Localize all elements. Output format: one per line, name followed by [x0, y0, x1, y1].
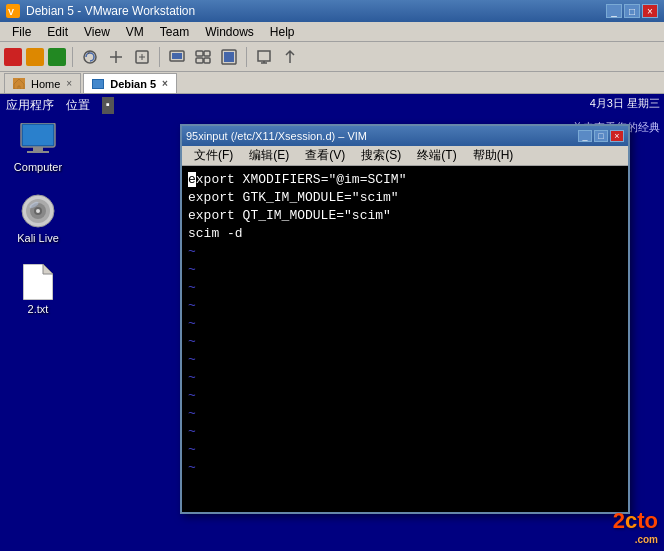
vim-line: ~ [188, 440, 622, 458]
watermark: 2cto .com [613, 508, 658, 545]
menu-bar: File Edit View VM Team Windows Help [0, 22, 664, 42]
svg-rect-12 [258, 51, 270, 61]
desktop-bar-apps[interactable]: 应用程序 [6, 97, 54, 114]
vim-menu: 文件(F) 编辑(E) 查看(V) 搜索(S) 终端(T) 帮助(H) [182, 146, 628, 166]
desktop-bar-terminal-icon[interactable]: ▪ [102, 97, 114, 114]
desktop-icon-computer[interactable]: Computer [8, 122, 68, 173]
kali-icon-label: Kali Live [17, 232, 59, 244]
vim-close[interactable]: × [610, 130, 624, 142]
toolbar-sep-2 [159, 47, 160, 67]
desktop: 应用程序 位置 ▪ 4月3日 星期三 单击查看您的经典 Computer [0, 94, 664, 551]
vim-tilde: ~ [188, 262, 196, 277]
menu-edit[interactable]: Edit [39, 22, 76, 41]
vim-cursor-char: e [188, 172, 196, 187]
toolbar-sep-1 [72, 47, 73, 67]
vim-line: export QT_IM_MODULE="scim" [188, 206, 622, 224]
desktop-icon-kali[interactable]: Kali Live [8, 193, 68, 244]
vim-menu-file[interactable]: 文件(F) [186, 147, 241, 164]
vim-tilde: ~ [188, 388, 196, 403]
toolbar-pause-btn[interactable] [26, 48, 44, 66]
svg-rect-9 [204, 58, 210, 63]
vim-line: export XMODIFIERS="@im=SCIM" [188, 170, 622, 188]
svg-rect-16 [27, 151, 49, 153]
vim-menu-help[interactable]: 帮助(H) [465, 147, 522, 164]
toolbar-btn-6[interactable] [218, 46, 240, 68]
date-display: 4月3日 星期三 [590, 96, 660, 111]
menu-windows[interactable]: Windows [197, 22, 262, 41]
menu-team[interactable]: Team [152, 22, 197, 41]
toolbar-btn-7[interactable] [253, 46, 275, 68]
tab-debian-icon [92, 79, 104, 89]
vim-tilde: ~ [188, 298, 196, 313]
toolbar [0, 42, 664, 72]
vim-tilde: ~ [188, 424, 196, 439]
desktop-bar-location[interactable]: 位置 [66, 97, 90, 114]
vim-maximize[interactable]: □ [594, 130, 608, 142]
tab-debian-close[interactable]: × [162, 78, 168, 89]
vim-line: ~ [188, 314, 622, 332]
tab-debian[interactable]: Debian 5 × [83, 73, 177, 93]
svg-rect-11 [224, 52, 234, 62]
kali-icon-img [18, 193, 58, 229]
tab-home[interactable]: Home × [4, 73, 81, 93]
svg-rect-14 [23, 125, 53, 145]
desktop-icons: Computer Kali Live [8, 122, 68, 315]
title-bar-left: V Debian 5 - VMware Workstation [6, 4, 195, 18]
tab-bar: Home × Debian 5 × [0, 72, 664, 94]
vim-line: ~ [188, 386, 622, 404]
vim-menu-terminal[interactable]: 终端(T) [409, 147, 464, 164]
menu-view[interactable]: View [76, 22, 118, 41]
svg-point-21 [36, 209, 40, 213]
toolbar-btn-4[interactable] [166, 46, 188, 68]
tab-home-label: Home [31, 78, 60, 90]
computer-icon-label: Computer [14, 161, 62, 173]
vim-minimize[interactable]: _ [578, 130, 592, 142]
vim-window: 95xinput (/etc/X11/Xsession.d) – VIM _ □… [180, 124, 630, 514]
toolbar-resume-btn[interactable] [48, 48, 66, 66]
toolbar-btn-3[interactable] [131, 46, 153, 68]
vim-line: ~ [188, 458, 622, 476]
vim-line: ~ [188, 332, 622, 350]
vim-line: ~ [188, 296, 622, 314]
toolbar-btn-2[interactable] [105, 46, 127, 68]
desktop-bar-items: 应用程序 位置 ▪ [6, 97, 114, 114]
svg-rect-7 [204, 51, 210, 56]
toolbar-btn-1[interactable] [79, 46, 101, 68]
vim-title-bar: 95xinput (/etc/X11/Xsession.d) – VIM _ □… [182, 126, 628, 146]
vim-tilde: ~ [188, 352, 196, 367]
vim-line: ~ [188, 422, 622, 440]
menu-vm[interactable]: VM [118, 22, 152, 41]
minimize-button[interactable]: _ [606, 4, 622, 18]
svg-text:V: V [8, 7, 14, 17]
close-button[interactable]: × [642, 4, 658, 18]
home-icon [13, 78, 25, 89]
vim-content[interactable]: export XMODIFIERS="@im=SCIM"export GTK_I… [182, 166, 628, 512]
vim-line: ~ [188, 350, 622, 368]
vim-line: ~ [188, 242, 622, 260]
vim-tilde: ~ [188, 460, 196, 475]
menu-file[interactable]: File [4, 22, 39, 41]
vim-title-text: 95xinput (/etc/X11/Xsession.d) – VIM [186, 130, 367, 142]
vim-line: export GTK_IM_MODULE="scim" [188, 188, 622, 206]
maximize-button[interactable]: □ [624, 4, 640, 18]
vim-tilde: ~ [188, 280, 196, 295]
window-title: Debian 5 - VMware Workstation [26, 4, 195, 18]
toolbar-sep-3 [246, 47, 247, 67]
title-bar: V Debian 5 - VMware Workstation _ □ × [0, 0, 664, 22]
vim-menu-search[interactable]: 搜索(S) [353, 147, 409, 164]
tab-home-close[interactable]: × [66, 78, 72, 89]
vim-line: scim -d [188, 224, 622, 242]
toolbar-btn-5[interactable] [192, 46, 214, 68]
vim-tilde: ~ [188, 334, 196, 349]
vim-menu-edit[interactable]: 编辑(E) [241, 147, 297, 164]
toolbar-power-btn[interactable] [4, 48, 22, 66]
vim-menu-view[interactable]: 查看(V) [297, 147, 353, 164]
toolbar-btn-8[interactable] [279, 46, 301, 68]
desktop-icon-file[interactable]: 2.txt [8, 264, 68, 315]
svg-rect-15 [33, 147, 43, 151]
desktop-bar: 应用程序 位置 ▪ 4月3日 星期三 [0, 94, 664, 116]
vim-tilde: ~ [188, 406, 196, 421]
menu-help[interactable]: Help [262, 22, 303, 41]
watermark-sub: .com [613, 534, 658, 545]
vim-line: ~ [188, 404, 622, 422]
